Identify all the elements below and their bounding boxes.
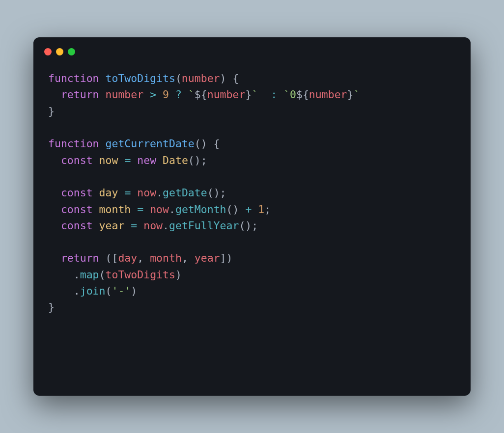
- code-token: `: [252, 88, 258, 101]
- code-token: [48, 187, 61, 199]
- code-token: `0: [283, 88, 296, 101]
- code-token: .: [163, 219, 169, 232]
- code-token: now: [137, 187, 156, 199]
- code-token: ): [175, 269, 182, 281]
- code-token: 1: [258, 203, 264, 216]
- code-token: [124, 219, 131, 232]
- code-token: ${: [296, 88, 309, 101]
- code-token: [99, 137, 106, 150]
- code-line: function toTwoDigits(number) {: [48, 70, 456, 86]
- code-token: .: [74, 285, 80, 297]
- code-line: [48, 234, 456, 250]
- code-token: function: [48, 72, 99, 84]
- code-token: now: [143, 219, 163, 232]
- code-token: [143, 203, 150, 216]
- code-token: [48, 219, 61, 232]
- code-token: return: [61, 88, 99, 101]
- code-token: }: [347, 88, 354, 101]
- code-line: [48, 168, 456, 185]
- code-token: ();: [188, 154, 207, 166]
- code-token: [131, 187, 137, 199]
- code-token: (: [106, 285, 112, 297]
- code-token: ([: [106, 252, 118, 264]
- code-token: (): [226, 203, 246, 216]
- code-line: .map(toTwoDigits): [48, 267, 456, 283]
- code-token: day: [118, 252, 137, 264]
- code-token: +: [245, 203, 252, 216]
- close-icon[interactable]: [44, 48, 52, 55]
- code-token: [93, 187, 99, 199]
- code-editor[interactable]: function toTwoDigits(number) { return nu…: [33, 55, 471, 330]
- code-token: number: [207, 88, 246, 101]
- code-token: [99, 72, 106, 84]
- code-token: [258, 88, 271, 101]
- code-token: [93, 203, 99, 216]
- code-token: ) {: [220, 72, 239, 84]
- code-token: getCurrentDate: [106, 137, 195, 150]
- code-token: =: [137, 203, 143, 216]
- code-token: const: [61, 203, 93, 216]
- code-token: number: [106, 88, 144, 101]
- code-token: toTwoDigits: [106, 72, 175, 84]
- code-token: [182, 88, 188, 101]
- code-token: const: [61, 154, 93, 166]
- code-token: [99, 252, 106, 264]
- code-token: [99, 88, 106, 101]
- code-token: [131, 203, 137, 216]
- code-token: ,: [182, 252, 195, 264]
- code-token: ]): [220, 252, 233, 264]
- code-token: getDate: [163, 187, 207, 199]
- code-line: const now = new Date();: [48, 152, 456, 168]
- maximize-icon[interactable]: [68, 48, 75, 55]
- code-token: now: [99, 154, 118, 166]
- minimize-icon[interactable]: [56, 48, 63, 55]
- code-line: }: [48, 299, 456, 315]
- code-token: ,: [137, 252, 150, 264]
- code-token: ;: [264, 203, 271, 216]
- code-line: const year = now.getFullYear();: [48, 217, 456, 234]
- code-token: [131, 154, 137, 166]
- code-token: map: [80, 269, 99, 281]
- code-token: }: [48, 105, 55, 117]
- code-token: return: [61, 252, 99, 264]
- code-token: year: [99, 219, 125, 232]
- code-token: [156, 154, 163, 166]
- code-token: [156, 88, 163, 101]
- code-token: month: [99, 203, 131, 216]
- code-token: [118, 154, 124, 166]
- code-token: :: [271, 88, 277, 101]
- code-token: number: [309, 88, 347, 101]
- code-token: getMonth: [175, 203, 226, 216]
- window-titlebar: [33, 37, 471, 55]
- code-token: [252, 203, 258, 216]
- code-token: `: [353, 88, 360, 101]
- code-token: [48, 285, 74, 297]
- code-token: new: [137, 154, 156, 166]
- code-token: const: [61, 187, 93, 199]
- code-line: .join('-'): [48, 283, 456, 299]
- code-token: [93, 219, 99, 232]
- code-token: 9: [163, 88, 169, 101]
- code-token: month: [150, 252, 182, 264]
- code-token: number: [182, 72, 220, 84]
- code-token: toTwoDigits: [106, 269, 175, 281]
- code-token: () {: [195, 137, 220, 150]
- code-token: .: [74, 269, 80, 281]
- code-line: return number > 9 ? `${number}` : `0${nu…: [48, 86, 456, 103]
- code-token: getFullYear: [169, 219, 239, 232]
- code-token: ();: [207, 187, 226, 199]
- code-token: }: [48, 301, 55, 313]
- code-token: function: [48, 137, 99, 150]
- code-token: [137, 219, 143, 232]
- code-window: function toTwoDigits(number) { return nu…: [33, 37, 471, 396]
- code-line: return ([day, month, year]): [48, 250, 456, 266]
- code-token: [277, 88, 283, 101]
- code-token: [169, 88, 175, 101]
- code-line: const day = now.getDate();: [48, 185, 456, 201]
- code-line: function getCurrentDate() {: [48, 135, 456, 152]
- code-token: [48, 203, 61, 216]
- code-token: >: [150, 88, 156, 101]
- code-token: Date: [163, 154, 188, 166]
- code-token: .: [169, 203, 175, 216]
- code-line: const month = now.getMonth() + 1;: [48, 201, 456, 217]
